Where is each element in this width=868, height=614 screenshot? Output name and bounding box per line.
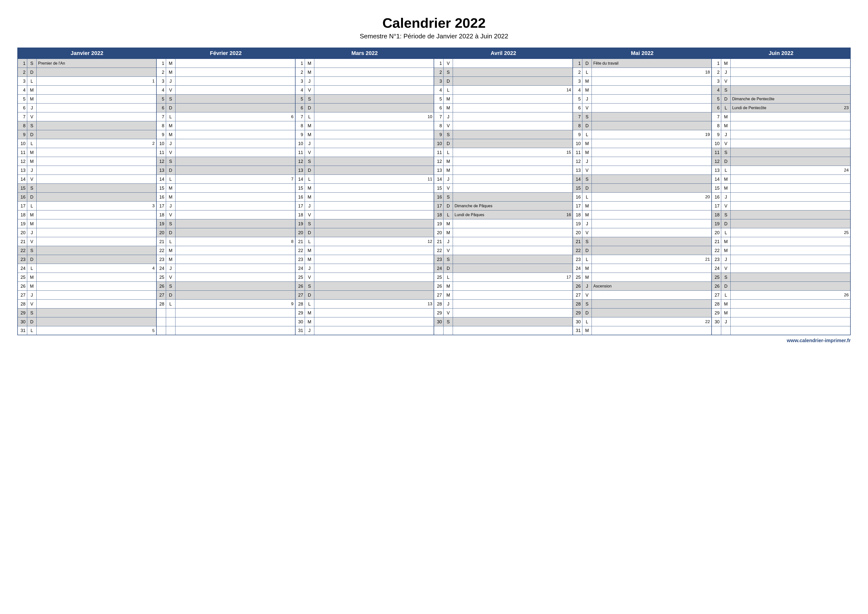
day-cell: 1M — [157, 59, 296, 68]
day-of-week: M — [27, 219, 37, 228]
day-of-week: S — [443, 130, 453, 139]
day-event: Ascension — [593, 284, 612, 288]
day-of-week: S — [582, 299, 592, 308]
day-number: 16 — [712, 192, 721, 201]
day-of-week: S — [443, 255, 453, 264]
day-cell: 27M — [434, 291, 573, 299]
day-number: 3 — [18, 77, 27, 85]
footer-link[interactable]: www.calendrier-imprimer.fr — [17, 338, 851, 343]
day-content: Premier de l'An — [37, 59, 156, 68]
week-number: 26 — [844, 293, 849, 297]
day-of-week: V — [443, 246, 453, 255]
week-number: 17 — [566, 275, 571, 279]
day-content — [731, 273, 850, 282]
day-cell: 20L25 — [712, 228, 851, 237]
day-number: 22 — [157, 246, 166, 255]
day-cell: 2S — [434, 68, 573, 77]
day-cell: 25M — [18, 273, 157, 282]
day-cell: 27J — [18, 291, 157, 299]
day-number: 14 — [573, 175, 582, 183]
day-of-week: V — [721, 77, 731, 85]
day-content: 20 — [592, 192, 711, 201]
day-cell: 23D — [18, 255, 157, 264]
day-number: 4 — [434, 86, 443, 94]
day-cell: 30D — [18, 318, 157, 326]
day-cell: 19S — [296, 219, 434, 228]
day-number: 6 — [18, 104, 27, 112]
day-number: 2 — [434, 68, 443, 76]
day-cell: 22S — [18, 246, 157, 255]
day-cell: 3V — [712, 77, 851, 86]
day-cell: 4L14 — [434, 86, 573, 95]
day-cell: 12J — [573, 157, 712, 166]
day-number: 15 — [157, 184, 166, 192]
day-of-week: M — [443, 104, 453, 112]
day-number: 20 — [573, 228, 582, 237]
day-content — [453, 237, 572, 246]
day-content — [453, 166, 572, 175]
day-content — [314, 282, 434, 290]
day-number: 25 — [296, 273, 305, 282]
day-number: 19 — [712, 219, 721, 228]
day-of-week: M — [443, 157, 453, 166]
day-content — [314, 148, 434, 157]
day-of-week: V — [166, 148, 175, 157]
day-of-week: L — [582, 318, 592, 326]
day-of-week: L — [27, 264, 37, 273]
day-content — [314, 121, 434, 130]
day-of-week: M — [166, 59, 175, 68]
day-cell: 11V — [157, 148, 296, 157]
day-of-week: J — [305, 326, 314, 335]
day-of-week: L — [27, 77, 37, 85]
day-content: 10 — [314, 112, 434, 121]
day-of-week: M — [305, 184, 314, 192]
day-content — [37, 104, 156, 112]
day-content — [592, 237, 711, 246]
day-content — [314, 318, 434, 326]
day-of-week: S — [27, 309, 37, 317]
day-cell: 1M — [296, 59, 434, 68]
day-number: 24 — [157, 264, 166, 273]
day-of-week: D — [443, 264, 453, 273]
day-number: 24 — [18, 264, 27, 273]
day-of-week: M — [582, 211, 592, 219]
day-content — [314, 255, 434, 264]
day-content — [592, 273, 711, 282]
day-cell: 15M — [712, 184, 851, 192]
day-cell: 28L13 — [296, 299, 434, 309]
day-of-week: J — [721, 68, 731, 76]
day-of-week: V — [27, 299, 37, 308]
day-of-week: J — [166, 77, 175, 85]
day-content — [175, 228, 295, 237]
day-of-week: D — [721, 219, 731, 228]
day-content: 4 — [37, 264, 156, 273]
day-content — [175, 255, 295, 264]
week-number: 12 — [428, 239, 432, 243]
day-cell — [157, 318, 296, 326]
day-content — [37, 121, 156, 130]
day-content — [37, 299, 156, 308]
day-cell: 13L24 — [712, 166, 851, 175]
day-cell: 10J — [157, 139, 296, 148]
day-content: 18 — [592, 68, 711, 76]
day-number: 28 — [573, 299, 582, 308]
day-of-week: V — [27, 175, 37, 183]
day-of-week: M — [27, 211, 37, 219]
day-number: 12 — [18, 157, 27, 166]
day-content: 3 — [37, 202, 156, 210]
day-content — [314, 202, 434, 210]
day-number: 5 — [18, 95, 27, 103]
day-cell: 13M — [434, 166, 573, 175]
day-number: 23 — [712, 255, 721, 264]
day-of-week: J — [166, 139, 175, 148]
day-number — [157, 309, 166, 317]
day-of-week: M — [166, 192, 175, 201]
day-number: 8 — [18, 121, 27, 130]
day-content — [731, 77, 850, 85]
day-cell: 5DDimanche de Pentecôte — [712, 95, 851, 104]
day-cell: 27D — [157, 291, 296, 299]
day-number: 22 — [18, 246, 27, 255]
day-cell: 7S — [573, 112, 712, 121]
day-cell: 17M — [573, 202, 712, 211]
day-content — [731, 59, 850, 68]
